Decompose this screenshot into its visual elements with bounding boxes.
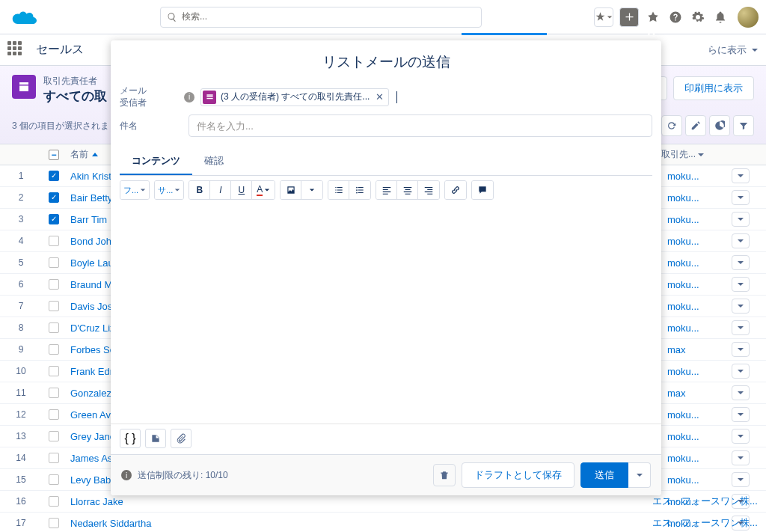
delete-draft-button[interactable]	[433, 464, 456, 486]
modal-title: リストメールの送信	[111, 40, 661, 85]
quick-text-button[interactable]	[472, 181, 493, 199]
subject-input[interactable]	[189, 114, 652, 137]
send-list-email-modal: ✕ リストメールの送信 メール受信者 i (3 人の受信者) すべての取引先責任…	[111, 40, 661, 495]
tab-confirm[interactable]: 確認	[192, 147, 236, 175]
email-body-editor[interactable]	[120, 204, 652, 424]
modal-tabs: コンテンツ 確認	[120, 147, 652, 176]
align-center-button[interactable]	[397, 181, 418, 199]
merge-field-button[interactable]: { }	[120, 429, 141, 448]
svg-point-0	[356, 187, 358, 189]
info-icon[interactable]: i	[184, 92, 194, 103]
send-limit-text: 送信制限の残り: 10/10	[138, 469, 433, 482]
remove-pill-icon[interactable]: ✕	[376, 91, 384, 103]
save-draft-button[interactable]: ドラフトとして保存	[462, 462, 574, 488]
template-button[interactable]	[145, 429, 166, 448]
modal-footer: i 送信制限の残り: 10/10 ドラフトとして保存 送信	[111, 454, 661, 495]
send-button[interactable]: 送信	[580, 462, 628, 488]
numbered-list-button[interactable]	[328, 181, 349, 199]
tab-content[interactable]: コンテンツ	[120, 147, 192, 175]
listview-pill-icon	[203, 91, 216, 104]
font-size-select[interactable]: サ...	[155, 181, 183, 199]
close-modal-button[interactable]: ✕	[643, 24, 658, 39]
text-cursor	[396, 91, 397, 103]
modal-overlay: ✕ リストメールの送信 メール受信者 i (3 人の受信者) すべての取引先責任…	[0, 0, 766, 532]
editor-footer-tools: { }	[111, 424, 661, 454]
font-color-button[interactable]: A	[252, 181, 275, 199]
subject-label: 件名	[120, 120, 189, 132]
pill-text: (3 人の受信者) すべての取引先責任...	[221, 91, 370, 103]
align-right-button[interactable]	[418, 181, 439, 199]
italic-button[interactable]: I	[210, 181, 231, 199]
recipients-label: メール受信者	[120, 85, 189, 108]
bold-button[interactable]: B	[189, 181, 210, 199]
attachment-button[interactable]	[171, 429, 192, 448]
align-left-button[interactable]	[376, 181, 397, 199]
send-options-button[interactable]	[628, 462, 651, 488]
link-button[interactable]	[445, 181, 466, 199]
send-button-group: 送信	[580, 462, 651, 488]
font-family-select[interactable]: フ...	[120, 181, 149, 199]
svg-point-2	[356, 192, 358, 194]
recipient-pill[interactable]: (3 人の受信者) すべての取引先責任... ✕	[200, 88, 389, 106]
image-options-button[interactable]	[301, 181, 322, 199]
subject-row: 件名	[111, 114, 661, 137]
editor-toolbar: フ... サ... B I U A	[111, 176, 661, 204]
image-button[interactable]	[281, 181, 301, 199]
underline-button[interactable]: U	[231, 181, 252, 199]
limit-info-icon: i	[121, 470, 132, 480]
svg-point-1	[356, 189, 358, 191]
recipients-row: メール受信者 i (3 人の受信者) すべての取引先責任... ✕	[111, 85, 661, 108]
bullet-list-button[interactable]	[349, 181, 370, 199]
